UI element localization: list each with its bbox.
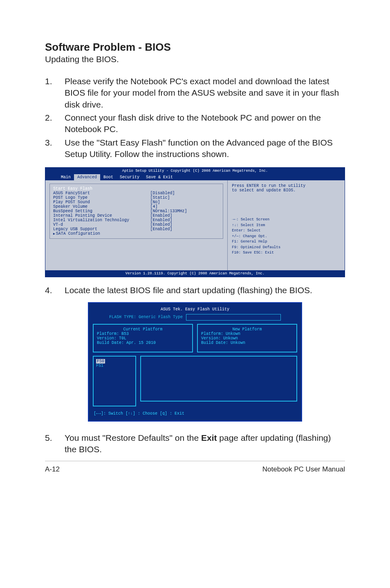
platform-info-line: Platform: B53	[97, 332, 189, 336]
footer-divider	[45, 461, 345, 461]
bios-key-line: Enter: Select	[232, 228, 341, 234]
bios-setting-value: [Disabled]	[150, 191, 220, 195]
bios-setup-screenshot: Aptio Setup Utility - Copyright (C) 2008…	[45, 167, 345, 277]
bios-setting-value: [4]	[150, 204, 220, 209]
current-platform-panel: Current Platform Platform: B53Version: T…	[93, 324, 193, 352]
bios-menu-boot: Boot	[100, 174, 117, 180]
platform-info-line: Build Date: Apr. 15 2010	[97, 341, 189, 345]
step-text: Use the "Start Easy Flash" function on t…	[65, 137, 345, 160]
bios-setting-label: Internal Pointing Device	[53, 213, 150, 218]
bios-setting-row: Intel Virtualization Technology[Enabled]	[53, 218, 220, 222]
bios-menu-main: Main	[58, 174, 74, 180]
current-platform-title: Current Platform	[97, 327, 189, 332]
bios-setting-row: POST Logo Type[Static]	[53, 195, 220, 200]
bios-key-line: F10: Save ESC: Exit	[232, 250, 341, 256]
bios-setting-row: Speaker Volume[4]	[53, 204, 220, 209]
step-item: 2.Connect your flash disk drive to the N…	[45, 112, 345, 135]
step-text: Please verify the Notebook PC's exact mo…	[65, 76, 345, 110]
bios-setting-value	[150, 186, 220, 191]
bios-setting-value: [Enabled]	[150, 222, 220, 227]
new-platform-title: New Platform	[201, 327, 293, 332]
bios-key-line: F1: General Help	[232, 239, 341, 245]
flash-key-legend: [←→]: Switch [↑↓] : Choose [q] : Exit	[93, 411, 297, 417]
step-5: 5. You must "Restore Defaults" on the Ex…	[45, 432, 345, 456]
bios-setting-row: VT-d[Enabled]	[53, 222, 220, 227]
bios-setting-label: ASUS FancyStart	[53, 191, 150, 195]
step-5-text: You must "Restore Defaults" on the Exit …	[65, 432, 345, 456]
bios-setting-label: VT-d	[53, 222, 150, 227]
flash-type-label: FLASH TYPE: Generic Flash Type	[109, 315, 183, 319]
bios-setting-value: [Enabled]	[150, 213, 220, 218]
bios-setting-row: ASUS FancyStart[Disabled]	[53, 191, 220, 195]
bios-help-line1: Press ENTER to run the utility	[232, 184, 341, 188]
bios-key-line: ↑↓: Select Item	[232, 223, 341, 229]
bios-setting-value: [Enabled]	[150, 227, 220, 231]
bios-setting-label: Play POST Sound	[53, 200, 150, 204]
bios-setting-value: [Static]	[150, 195, 220, 200]
new-platform-panel: New Platform Platform: UnkownVersion: Un…	[197, 324, 297, 352]
bios-setting-label: Intel Virtualization Technology	[53, 218, 150, 222]
bios-key-line: F9: Optimized Defaults	[232, 245, 341, 251]
bios-setting-label: Legacy USB Support	[53, 227, 150, 231]
step-item: 3.Use the "Start Easy Flash" function on…	[45, 137, 345, 160]
manual-title: Notebook PC User Manual	[262, 465, 345, 474]
bios-help-line2: to select and update BIOS.	[232, 188, 341, 193]
step-5-pre: You must "Restore Defaults" on the	[65, 433, 201, 442]
bios-setting-value: [NOrmal:133MHz]	[150, 209, 220, 213]
bios-menu-security: Security	[117, 174, 143, 180]
page-number: A-12	[45, 465, 60, 474]
bios-setting-label: Start Easy Flash	[53, 186, 150, 191]
bios-setting-row: BusSpeed Setting[NOrmal:133MHz]	[53, 209, 220, 213]
bios-footer: Version 1.28.1119. Copyright (C) 2008 Am…	[45, 270, 345, 277]
bios-setting-row: ▶SATA Configuration	[53, 231, 220, 236]
step-item: 1.Please verify the Notebook PC's exact …	[45, 76, 345, 110]
bios-menu-bar: MainAdvancedBootSecuritySave & Exit	[45, 174, 345, 180]
step-4-text: Locate the latest BIOS file and start up…	[65, 285, 312, 296]
bios-key-line: →←: Select Screen	[232, 217, 341, 223]
bios-menu-save-exit: Save & Exit	[143, 174, 176, 180]
platform-info-line: Version: T0L	[97, 336, 189, 341]
step-text: Connect your flash disk drive to the Not…	[65, 112, 345, 135]
bios-setting-value	[150, 231, 220, 236]
file-preview-box	[140, 356, 297, 402]
bios-setting-label: Speaker Volume	[53, 204, 150, 209]
step-5-bold: Exit	[201, 433, 217, 442]
bios-setting-label: ▶SATA Configuration	[53, 231, 150, 236]
bios-setting-label: POST Logo Type	[53, 195, 150, 200]
bios-settings-panel: Start Easy FlashASUS FancyStart[Disabled…	[49, 184, 223, 239]
steps-list-1-3: 1.Please verify the Notebook PC's exact …	[45, 76, 345, 160]
step-4: 4. Locate the latest BIOS file and start…	[45, 285, 345, 296]
step-5-num: 5.	[45, 432, 65, 456]
step-4-num: 4.	[45, 285, 65, 296]
step-num: 2.	[45, 112, 65, 135]
bios-setting-row: Start Easy Flash	[53, 186, 220, 191]
drive-fs1: FS1	[96, 364, 103, 368]
platform-info-line: Version: Unkown	[201, 336, 293, 341]
flash-title: ASUS Tek. Easy Flash Utility	[93, 307, 297, 312]
platform-info-line: Build Date: Unkown	[201, 341, 293, 345]
bios-setting-label: BusSpeed Setting	[53, 209, 150, 213]
platform-info-line: Platform: Unkown	[201, 332, 293, 336]
bios-key-legend: →←: Select Screen↑↓: Select ItemEnter: S…	[232, 217, 341, 256]
drive-list: FS0 FS1	[93, 356, 136, 406]
bios-setting-value: [No]	[150, 200, 220, 204]
easy-flash-screenshot: ASUS Tek. Easy Flash Utility FLASH TYPE:…	[88, 302, 302, 422]
bios-menu-advanced: Advanced	[74, 174, 100, 180]
page-title: Software Problem - BIOS	[45, 41, 345, 54]
bios-setting-row: Internal Pointing Device[Enabled]	[53, 213, 220, 218]
bios-setting-value: [Enabled]	[150, 218, 220, 222]
bios-help-panel: Press ENTER to run the utility to select…	[227, 180, 345, 270]
bios-key-line: +/—: Change Opt.	[232, 234, 341, 240]
step-num: 3.	[45, 137, 65, 160]
bios-setting-row: Play POST Sound[No]	[53, 200, 220, 204]
step-num: 1.	[45, 76, 65, 110]
bios-header: Aptio Setup Utility - Copyright (C) 2008…	[45, 168, 345, 174]
bios-setting-row: Legacy USB Support[Enabled]	[53, 227, 220, 231]
flash-type-box	[186, 314, 281, 321]
page-subtitle: Updating the BIOS.	[45, 54, 345, 64]
drive-fs0-selected: FS0	[96, 359, 105, 364]
